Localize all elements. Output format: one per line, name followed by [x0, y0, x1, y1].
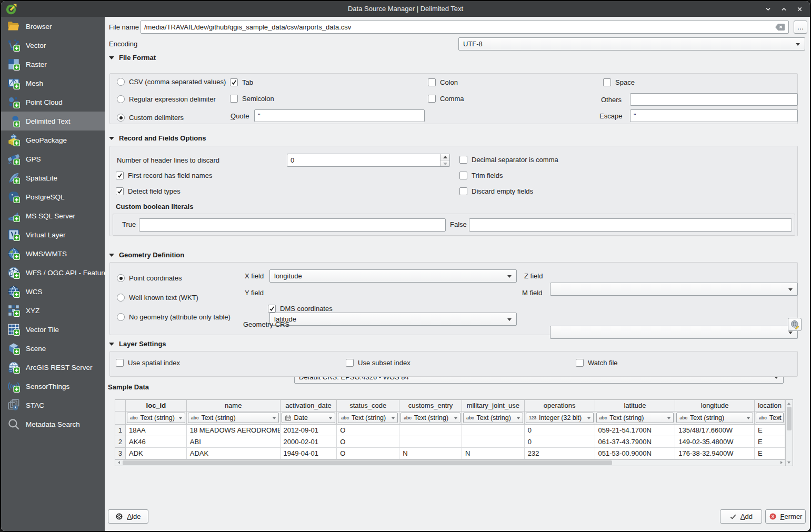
sidebar-item-spatialite[interactable]: SpatiaLite: [1, 168, 105, 187]
sidebar-item-stac[interactable]: STAC: [1, 396, 105, 415]
sidebar-item-metadata-search[interactable]: Metadata Search: [1, 415, 105, 434]
layer-settings-section-header[interactable]: Layer Settings: [109, 340, 166, 348]
checkbox-tab[interactable]: Tab: [230, 78, 253, 86]
radio-regex[interactable]: Regular expression delimiter: [117, 95, 216, 103]
vertical-scrollbar[interactable]: [785, 400, 793, 466]
sidebar-item-virtual-layer[interactable]: Virtual Layer: [1, 225, 105, 244]
record-options-section-header[interactable]: Record and Fields Options: [109, 134, 206, 142]
encoding-select[interactable]: UTF-8: [458, 37, 805, 51]
field-type-select-military_joint_use[interactable]: abcText (string): [463, 413, 523, 423]
spin-up-icon[interactable]: [440, 154, 449, 160]
column-header-location[interactable]: location: [755, 400, 785, 411]
sidebar-item-ms-sql-server[interactable]: MS SQL Server: [1, 206, 105, 225]
checkbox-semicolon[interactable]: Semicolon: [230, 95, 274, 103]
field-type-select-status_code[interactable]: abcText (string): [338, 413, 398, 423]
column-header-longitude[interactable]: longitude: [675, 400, 755, 411]
window-maximize-button[interactable]: [778, 4, 789, 14]
scroll-right-icon[interactable]: [778, 460, 785, 466]
sidebar-item-point-cloud[interactable]: Point Cloud: [1, 93, 105, 112]
field-type-select-operations[interactable]: 123Integer (32 bit): [526, 413, 594, 423]
radio-point-coordinates[interactable]: Point coordinates: [117, 274, 182, 282]
x-field-select[interactable]: longitude: [269, 269, 517, 283]
checkbox-comma[interactable]: Comma: [428, 95, 464, 103]
checkbox-first-record-field-names[interactable]: First record has field names: [116, 172, 212, 179]
column-header-loc_id[interactable]: loc_id: [126, 400, 187, 411]
field-type-select-loc_id[interactable]: abcText (string): [127, 413, 185, 423]
horizontal-scrollbar[interactable]: [115, 459, 785, 466]
z-field-select[interactable]: [550, 283, 798, 296]
checkbox-dms-coordinates[interactable]: DMS coordinates: [268, 305, 333, 313]
radio-custom-delimiters[interactable]: Custom delimiters: [117, 114, 184, 122]
column-header-activation_date[interactable]: activation_date: [281, 400, 337, 411]
radio-csv[interactable]: CSV (comma separated values): [117, 78, 226, 86]
titlebar[interactable]: Data Source Manager | Delimited Text: [1, 1, 810, 17]
sidebar-item-vector-tile[interactable]: Vector Tile: [1, 320, 105, 339]
field-type-select-name[interactable]: abcText (string): [188, 413, 279, 423]
column-header-name[interactable]: name: [187, 400, 281, 411]
table-row[interactable]: 118AA18 MEADOWS AERODROME2012-09-01O0059…: [115, 425, 785, 436]
sidebar-item-mesh[interactable]: Mesh: [1, 74, 105, 93]
close-button[interactable]: Fermer: [765, 509, 806, 524]
checkbox-decimal-separator-comma[interactable]: Decimal separator is comma: [459, 156, 558, 164]
false-literal-input[interactable]: [469, 218, 792, 232]
radio-no-geometry[interactable]: No geometry (attribute only table): [117, 313, 231, 321]
escape-input[interactable]: ": [630, 109, 798, 122]
radio-wkt[interactable]: Well known text (WKT): [117, 294, 198, 302]
checkbox-detect-field-types[interactable]: Detect field types: [116, 187, 181, 195]
column-header-military_joint_use[interactable]: military_joint_use: [462, 400, 525, 411]
window-minimize-button[interactable]: [763, 4, 773, 14]
field-type-select-customs_entry[interactable]: abcText (string): [401, 413, 460, 423]
sidebar-item-xyz[interactable]: XYZ: [1, 301, 105, 320]
sidebar-item-gps[interactable]: GPS: [1, 149, 105, 168]
field-type-select-location[interactable]: abcText (string): [756, 413, 784, 423]
table-row[interactable]: 3ADKADAK1949-04-01ONN232051-53-00.9000N1…: [115, 448, 785, 459]
add-button[interactable]: Add: [720, 509, 762, 524]
sidebar-item-vector[interactable]: Vector: [1, 36, 105, 55]
clear-text-icon[interactable]: [775, 23, 785, 31]
quote-input[interactable]: ": [254, 109, 425, 122]
select-crs-button[interactable]: [788, 318, 802, 331]
checkbox-use-subset-index[interactable]: Use subset index: [346, 359, 410, 367]
column-header-customs_entry[interactable]: customs_entry: [399, 400, 462, 411]
hscroll-thumb[interactable]: [123, 460, 612, 465]
checkbox-space[interactable]: Space: [603, 78, 635, 86]
sidebar-item-arcgis-rest-server[interactable]: ArcGIS REST Server: [1, 358, 105, 377]
checkbox-discard-empty-fields[interactable]: Discard empty fields: [459, 187, 533, 195]
scroll-down-icon[interactable]: [786, 459, 793, 466]
checkbox-trim-fields[interactable]: Trim fields: [459, 172, 503, 179]
window-close-button[interactable]: [794, 4, 805, 14]
column-header-operations[interactable]: operations: [525, 400, 595, 411]
others-input[interactable]: [630, 93, 798, 106]
sidebar-item-wfs-ogc-api-features[interactable]: WFS / OGC API - Features: [1, 263, 105, 282]
checkbox-watch-file[interactable]: Watch file: [576, 359, 618, 367]
spin-down-icon[interactable]: [440, 160, 449, 166]
scroll-left-icon[interactable]: [115, 460, 123, 466]
sidebar-item-wcs[interactable]: WCS: [1, 282, 105, 301]
sidebar-item-raster[interactable]: Raster: [1, 55, 105, 74]
sidebar-item-postgresql[interactable]: PostgreSQL: [1, 187, 105, 206]
help-button[interactable]: Aide: [108, 509, 148, 524]
vscroll-thumb[interactable]: [787, 407, 792, 430]
column-header-status_code[interactable]: status_code: [337, 400, 399, 411]
scroll-up-icon[interactable]: [786, 400, 793, 407]
geometry-section-header[interactable]: Geometry Definition: [109, 251, 184, 259]
field-type-select-activation_date[interactable]: Date: [282, 413, 336, 423]
checkbox-use-spatial-index[interactable]: Use spatial index: [116, 359, 180, 367]
sidebar-item-geopackage[interactable]: GeoPackage: [1, 131, 105, 149]
sidebar-item-scene[interactable]: Scene: [1, 339, 105, 358]
checkbox-colon[interactable]: Colon: [428, 78, 458, 86]
true-literal-input[interactable]: [139, 218, 446, 232]
sidebar-item-sensorthings[interactable]: SensorThings: [1, 377, 105, 396]
sidebar-item-browser[interactable]: Browser: [1, 17, 105, 36]
column-header-latitude[interactable]: latitude: [595, 400, 676, 411]
field-type-select-longitude[interactable]: abcText (string): [676, 413, 753, 423]
y-field-select[interactable]: latitude: [269, 313, 517, 326]
file-name-input[interactable]: /media/TRAVAIL/dev/github/qgis_sample_da…: [141, 21, 789, 34]
file-format-section-header[interactable]: File Format: [109, 54, 156, 62]
sidebar-item-wms-wmts[interactable]: WMS/WMTS: [1, 244, 105, 263]
field-type-select-latitude[interactable]: abcText (string): [596, 413, 674, 423]
sidebar-item-delimited-text[interactable]: Delimited Text: [1, 112, 105, 131]
header-lines-spinner[interactable]: 0: [287, 154, 450, 167]
table-row[interactable]: 2AK46ABI2000-02-01O0061-37-43.7900N149-0…: [115, 436, 785, 448]
m-field-select[interactable]: [550, 326, 798, 339]
